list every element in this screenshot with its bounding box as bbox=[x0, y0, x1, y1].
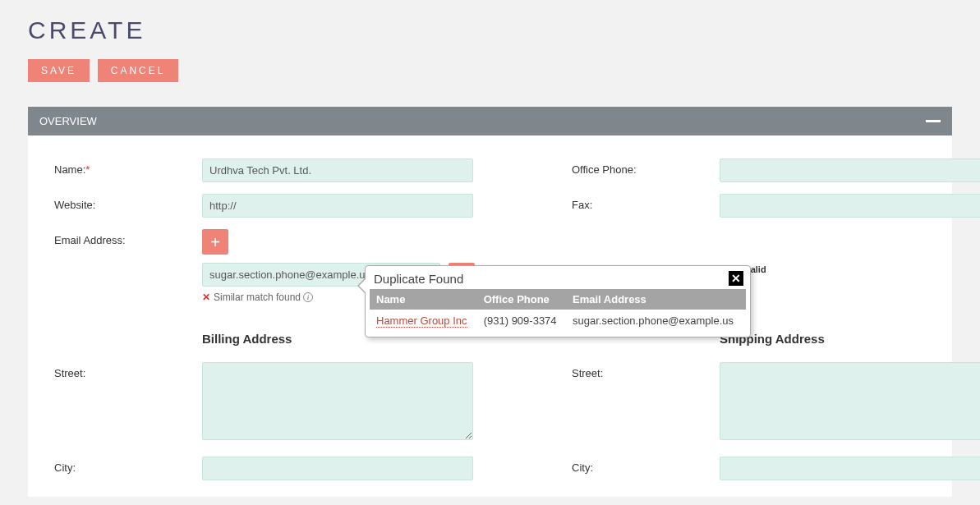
fax-input[interactable] bbox=[720, 194, 980, 218]
dup-header-name: Name bbox=[370, 289, 477, 310]
dup-name-link[interactable]: Hammer Group Inc bbox=[376, 314, 467, 328]
office-phone-label: Office Phone: bbox=[572, 158, 711, 176]
email-label: Email Address: bbox=[54, 229, 194, 246]
add-email-button[interactable]: + bbox=[202, 229, 228, 255]
dup-phone: (931) 909-3374 bbox=[477, 310, 566, 332]
duplicate-popup: Duplicate Found ✕ Name Office Phone Emai… bbox=[365, 265, 751, 337]
billing-street-input[interactable] bbox=[202, 362, 473, 440]
shipping-street-label: Street: bbox=[572, 362, 711, 379]
dup-header-phone: Office Phone bbox=[477, 289, 566, 310]
fax-label: Fax: bbox=[572, 194, 711, 211]
dup-header-email: Email Address bbox=[566, 289, 746, 310]
shipping-city-label: City: bbox=[572, 457, 711, 474]
panel-header[interactable]: OVERVIEW bbox=[28, 107, 952, 135]
info-icon[interactable]: i bbox=[303, 292, 313, 302]
shipping-address-title: Shipping Address bbox=[720, 332, 980, 346]
shipping-city-input[interactable] bbox=[720, 457, 980, 480]
billing-city-input[interactable] bbox=[202, 457, 473, 480]
close-icon[interactable]: ✕ bbox=[729, 271, 743, 286]
cancel-button[interactable]: CANCEL bbox=[98, 59, 179, 82]
billing-city-label: City: bbox=[54, 457, 194, 474]
overview-panel: OVERVIEW Name:* Office Phone: Website: F… bbox=[28, 107, 952, 497]
table-row: Hammer Group Inc (931) 909-3374 sugar.se… bbox=[370, 310, 746, 332]
minus-icon[interactable] bbox=[926, 120, 941, 122]
popup-title: Duplicate Found bbox=[374, 272, 463, 286]
duplicate-table: Name Office Phone Email Address Hammer G… bbox=[370, 289, 746, 332]
website-label: Website: bbox=[54, 194, 194, 211]
dup-email: sugar.section.phone@example.us bbox=[566, 310, 746, 332]
save-button[interactable]: SAVE bbox=[28, 59, 90, 82]
shipping-street-input[interactable] bbox=[720, 362, 980, 440]
billing-street-label: Street: bbox=[54, 362, 194, 379]
x-icon: ✕ bbox=[202, 292, 210, 303]
plus-icon: + bbox=[210, 234, 220, 250]
action-buttons: SAVE CANCEL bbox=[28, 59, 952, 82]
page-title: CREATE bbox=[28, 16, 952, 44]
required-icon: * bbox=[85, 163, 90, 176]
name-label: Name:* bbox=[54, 158, 194, 176]
name-input[interactable] bbox=[202, 158, 473, 182]
website-input[interactable] bbox=[202, 194, 473, 218]
panel-title: OVERVIEW bbox=[39, 115, 97, 127]
office-phone-input[interactable] bbox=[720, 158, 980, 182]
